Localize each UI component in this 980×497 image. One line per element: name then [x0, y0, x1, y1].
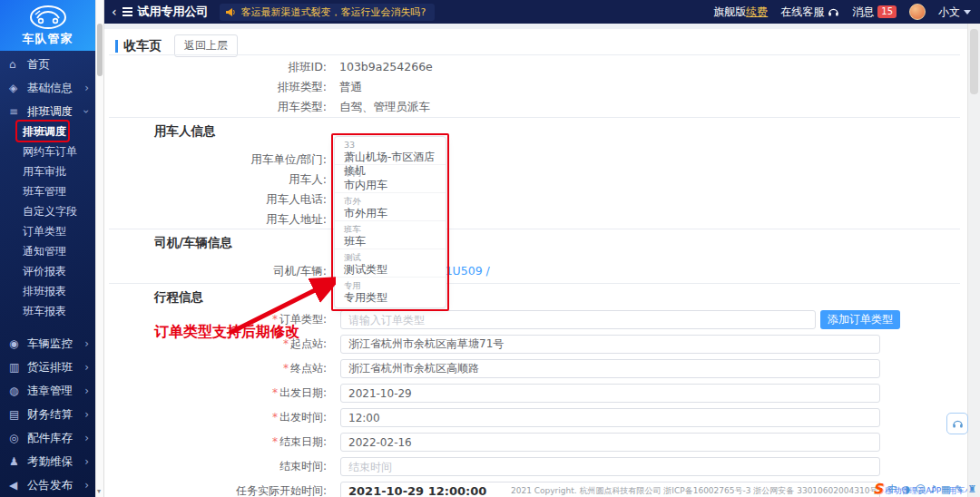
page-scrollbar-thumb[interactable] [970, 29, 978, 94]
top-header: ‹ 试用专用公司 客运最新渠道式裂变，客运行业会消失吗? 旗舰版续费 在线客服 … [104, 0, 980, 24]
user-dept-row: 用车单位/部门: [104, 152, 921, 168]
sidebar-item-announcement[interactable]: ◀ 公告发布 › [0, 473, 95, 497]
divider [109, 117, 960, 118]
section-driver-info: 司机/车辆信息 [154, 235, 232, 251]
layers-icon: ◈ [9, 76, 24, 100]
chevron-right-icon: › [84, 332, 89, 356]
submenu-item-custom-fields[interactable]: 自定义字段 [0, 201, 95, 221]
megaphone-icon [225, 7, 236, 17]
dropdown-option[interactable]: 专用 专用类型 [335, 278, 446, 306]
submenu-item-order-types[interactable]: 订单类型 [0, 221, 95, 241]
end-time-row: 结束时间: [104, 457, 880, 476]
car-icon [28, 4, 68, 31]
message-count-badge: 15 [877, 5, 897, 18]
add-order-type-button[interactable]: 添加订单类型 [820, 310, 900, 329]
sidebar-item-vehicle-monitor[interactable]: ◉ 车辆监控 › [0, 332, 95, 356]
chevron-right-icon: › [84, 356, 89, 379]
avatar[interactable] [909, 4, 926, 20]
user-phone-row: 用车人电话: [104, 192, 921, 208]
submenu-item-vehicle-approval[interactable]: 用车审批 [0, 161, 95, 181]
headset-icon [952, 418, 964, 429]
username: 小文 [938, 5, 960, 20]
sogou-logo-icon[interactable]: S [873, 481, 883, 497]
schedule-id-row: 排班ID:103b9a254266e [104, 60, 921, 75]
dropdown-option[interactable]: 市外 市外用车 [335, 193, 446, 221]
announcement-banner: 客运最新渠道式裂变，客运行业会消失吗? [220, 4, 436, 21]
messages[interactable]: 消息 15 [852, 5, 897, 20]
app-logo: 车队管家 [0, 0, 95, 51]
divider [109, 283, 960, 284]
badge-icon: ◍ [9, 379, 24, 403]
page-title: 收车页 [123, 38, 162, 54]
end-station-input[interactable] [340, 359, 880, 378]
sidebar-item-parts-inventory[interactable]: ◎ 配件库存 › [0, 426, 95, 450]
org-list-icon[interactable] [122, 11, 132, 13]
depart-time-input[interactable] [340, 408, 880, 427]
sliders-icon: ≡ [9, 100, 24, 123]
schedule-type-value: 普通 [339, 80, 362, 93]
submenu-item-review-report[interactable]: 评价报表 [0, 261, 95, 281]
dropdown-option[interactable]: 测试 测试类型 [335, 249, 446, 278]
depart-date-row: *出发日期: [104, 384, 880, 403]
divider [109, 229, 960, 229]
submenu-item-shuttle-report[interactable]: 班车报表 [0, 301, 95, 321]
sidebar-scrollbar[interactable]: ▾ [95, 0, 104, 497]
ime-keyboard-icon[interactable]: ▦ [941, 483, 950, 495]
back-arrow-icon[interactable]: ‹ [112, 5, 117, 19]
sidebar-item-scheduling[interactable]: ≡ 排班调度 › [0, 100, 95, 123]
depart-date-input[interactable] [340, 384, 880, 403]
scroll-down-arrow-icon[interactable]: ▾ [97, 487, 101, 495]
end-time-input[interactable] [340, 457, 880, 476]
sidebar-item-violation-mgmt[interactable]: ◍ 违章管理 › [0, 379, 95, 403]
ime-mic-icon[interactable]: ♪ [930, 483, 936, 495]
truck-icon: ▥ [9, 356, 24, 379]
dropdown-option[interactable]: 市内 市内用车 [335, 165, 446, 193]
user-address-row: 用车人地址: [104, 212, 921, 228]
dropdown-option[interactable]: 班车 班车 [335, 221, 446, 249]
page-scrollbar[interactable] [967, 24, 980, 497]
submenu-item-notice-mgmt[interactable]: 通知管理 [0, 241, 95, 261]
submenu-item-shuttle-mgmt[interactable]: 班车管理 [0, 181, 95, 201]
divider [109, 54, 960, 55]
ime-toolbar: S 中 ◑ ☺ ♪ ▦ ✎ ♜ ▩ [873, 481, 980, 497]
depart-time-row: *出发时间: [104, 408, 880, 427]
sidebar-item-finance[interactable]: ▤ 财务结算 › [0, 403, 95, 426]
chevron-right-icon: › [84, 426, 89, 450]
end-date-input[interactable] [340, 433, 880, 452]
dropdown-option[interactable]: 33 萧山机场-市区酒店接机 [335, 137, 446, 165]
ime-skin-icon[interactable]: ♜ [968, 483, 977, 495]
sidebar: 车队管家 ⌂ 首页 ◈ 基础信息 › ≡ 排班调度 › 排班调度 网约车订单 用… [0, 0, 95, 497]
ime-mode-icon[interactable]: ◑ [902, 483, 911, 495]
ime-emoji-icon[interactable]: ☺ [915, 483, 925, 495]
brand-name: 车队管家 [23, 32, 74, 45]
announcement-text: 客运最新渠道式裂变，客运行业会消失吗? [241, 5, 426, 19]
company-name[interactable]: 试用专用公司 [138, 4, 209, 20]
online-support[interactable]: 在线客服 [780, 5, 839, 20]
schedule-id-value: 103b9a254266e [339, 60, 433, 73]
renew-link[interactable]: 续费 [746, 5, 768, 18]
section-user-info: 用车人信息 [154, 123, 216, 140]
submenu-item-scheduling[interactable]: 排班调度 [0, 122, 95, 141]
sidebar-item-freight-schedule[interactable]: ▥ 货运排班 › [0, 356, 95, 379]
section-trip-info: 行程信息 [154, 289, 203, 306]
chevron-right-icon: › [84, 76, 89, 100]
sidebar-item-home[interactable]: ⌂ 首页 [0, 53, 95, 76]
sidebar-item-attendance-maintenance[interactable]: ♟ 考勤维保 › [0, 450, 95, 473]
caret-down-icon [964, 10, 971, 15]
vehicle-use-type-value: 自驾、管理员派车 [339, 100, 430, 113]
user-menu[interactable]: 小文 [938, 5, 971, 20]
location-pin-icon: ◉ [9, 332, 24, 356]
submenu-item-schedule-report[interactable]: 排班报表 [0, 281, 95, 301]
ime-handwriting-icon[interactable]: ✎ [955, 483, 963, 495]
chevron-right-icon: › [84, 379, 89, 403]
start-station-input[interactable] [340, 335, 880, 354]
content-top-strip [104, 24, 967, 29]
sidebar-scrollbar-thumb[interactable] [97, 24, 103, 76]
user-name-row: 用车人: [104, 172, 921, 188]
chevron-right-icon: › [84, 473, 89, 497]
order-type-input[interactable] [340, 310, 816, 329]
floating-support-button[interactable] [946, 413, 968, 434]
sidebar-item-basic-info[interactable]: ◈ 基础信息 › [0, 76, 95, 100]
ime-language-icon[interactable]: 中 [887, 482, 897, 496]
submenu-item-ride-hailing-orders[interactable]: 网约车订单 [0, 141, 95, 161]
